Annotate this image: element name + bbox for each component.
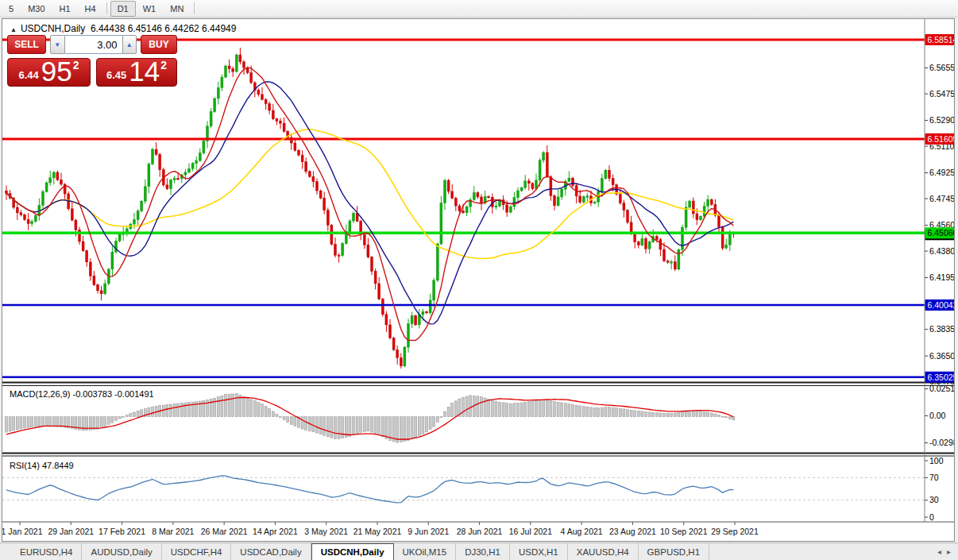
buy-quote-button[interactable]: 6.45 14 2 (96, 58, 177, 87)
svg-text:0: 0 (929, 512, 934, 522)
date-axis-label: 23 Aug 2021 (609, 527, 656, 536)
tab-scroll-left-icon[interactable]: ◂ (937, 547, 941, 556)
svg-text:6.45060: 6.45060 (928, 228, 955, 238)
sell-price-prefix: 6.44 (18, 69, 38, 81)
svg-text:6.51605: 6.51605 (928, 134, 955, 144)
tab-scroll-right-icon[interactable]: ▸ (947, 547, 951, 556)
chevron-up-icon: ▲ (126, 41, 133, 48)
svg-text:6.41950: 6.41950 (929, 272, 954, 282)
timeframe-button-w1[interactable]: W1 (136, 1, 164, 17)
svg-text:6.36500: 6.36500 (929, 351, 954, 361)
volume-decrease-button[interactable]: ▼ (50, 35, 65, 54)
chart-window[interactable]: MACD(12,26,9) -0.003783 -0.001491RSI(14)… (2, 18, 955, 542)
svg-text:6.38350: 6.38350 (929, 324, 954, 334)
timeframe-button-m30[interactable]: M30 (21, 1, 52, 17)
sell-price-big: 95 (41, 58, 72, 84)
sell-quote-button[interactable]: 6.44 95 2 (7, 58, 91, 87)
date-axis-label: 4 Aug 2021 (561, 527, 603, 536)
buy-price-prefix: 6.45 (106, 69, 126, 81)
svg-text:0.00: 0.00 (929, 411, 946, 420)
volume-increase-button[interactable]: ▲ (122, 35, 137, 54)
svg-text:0.025108: 0.025108 (929, 384, 954, 393)
tab-xauusd-h4[interactable]: XAUUSD,H4 (568, 543, 639, 560)
timeframe-button-mn[interactable]: MN (163, 1, 191, 17)
volume-input[interactable] (65, 35, 122, 54)
toolbar-separator (194, 2, 195, 14)
date-axis-label: 17 Feb 2021 (99, 527, 145, 536)
svg-text:-0.02988: -0.02988 (929, 438, 954, 447)
sell-button[interactable]: SELL (7, 35, 46, 54)
toolbar-separator (106, 2, 107, 14)
svg-text:6.58514: 6.58514 (928, 35, 955, 44)
buy-price-pipette: 2 (160, 59, 167, 71)
tab-audusd-daily[interactable]: AUDUSD,Daily (82, 543, 161, 560)
timeframe-button-5[interactable]: 5 (2, 1, 21, 17)
date-axis-label: 29 Sep 2021 (711, 527, 759, 536)
chart-title-symbol: USDCNH,Daily (21, 23, 85, 34)
svg-text:MACD(12,26,9) -0.003783 -0.001: MACD(12,26,9) -0.003783 -0.001491 (10, 389, 154, 399)
timeframe-button-h4[interactable]: H4 (78, 1, 103, 17)
svg-text:6.43800: 6.43800 (929, 246, 954, 256)
svg-text:6.56550: 6.56550 (929, 63, 954, 72)
buy-price-big: 14 (129, 58, 160, 84)
tab-usdx-h1[interactable]: USDX,H1 (510, 543, 568, 560)
sell-price-pipette: 2 (73, 59, 79, 71)
svg-text:6.35025: 6.35025 (928, 373, 955, 382)
svg-text:6.52900: 6.52900 (929, 115, 954, 125)
chevron-down-icon: ▼ (54, 41, 60, 48)
one-click-trade-panel: SELL ▼ ▲ BUY 6.44 95 2 6.45 14 2 (7, 35, 177, 87)
date-axis-label: 11 Jan 2021 (2, 527, 43, 536)
timeframe-toolbar: 5M30H1H4D1W1MN (0, 0, 958, 17)
date-axis-label: 10 Sep 2021 (660, 527, 708, 536)
collapse-icon[interactable]: ▲ (10, 26, 17, 33)
date-axis-label: 9 Jun 2021 (408, 527, 449, 536)
svg-text:70: 70 (929, 473, 939, 482)
tab-scroll-arrows: ◂▸ (937, 543, 958, 560)
svg-text:6.54750: 6.54750 (929, 89, 954, 98)
timeframe-button-d1[interactable]: D1 (110, 1, 136, 17)
tab-eurusd-h4[interactable]: EURUSD,H4 (11, 543, 82, 560)
tab-ukoil-m15[interactable]: UKOil,M15 (394, 543, 457, 560)
svg-text:30: 30 (929, 495, 939, 504)
chart-title: ▲USDCNH,Daily 6.44438 6.45146 6.44262 6.… (10, 23, 236, 34)
svg-text:RSI(14) 47.8449: RSI(14) 47.8449 (10, 461, 74, 470)
tab-usdchf-h4[interactable]: USDCHF,H4 (162, 543, 232, 560)
price-chart-canvas[interactable]: MACD(12,26,9) -0.003783 -0.001491RSI(14)… (2, 19, 954, 541)
tab-usdcnh-daily[interactable]: USDCNH,Daily (311, 543, 394, 560)
svg-text:100: 100 (929, 456, 944, 465)
tab-dj30-h1[interactable]: DJ30,H1 (456, 543, 510, 560)
symbol-tabbar: EURUSD,H4AUDUSD,DailyUSDCHF,H4USDCAD,Dai… (0, 543, 958, 560)
date-axis-label: 8 Mar 2021 (152, 527, 194, 536)
date-axis-label: 29 Jan 2021 (48, 527, 94, 536)
date-axis-label: 28 Jun 2021 (457, 527, 503, 536)
tab-usdcad-daily[interactable]: USDCAD,Daily (231, 543, 311, 560)
date-axis-label: 14 Apr 2021 (253, 527, 298, 536)
svg-text:6.49250: 6.49250 (929, 168, 954, 177)
date-axis-label: 3 May 2021 (304, 527, 348, 536)
tab-gbpusd-h1[interactable]: GBPUSD,H1 (639, 543, 709, 560)
svg-text:6.47450: 6.47450 (929, 194, 954, 203)
buy-button[interactable]: BUY (141, 35, 177, 54)
date-axis-label: 16 Jul 2021 (509, 527, 552, 536)
date-axis-label: 26 Mar 2021 (201, 527, 248, 536)
chart-title-ohlc: 6.44438 6.45146 6.44262 6.44949 (91, 23, 237, 34)
date-axis-label: 21 May 2021 (353, 527, 402, 536)
svg-text:6.40042: 6.40042 (928, 300, 955, 310)
timeframe-button-h1[interactable]: H1 (52, 1, 78, 17)
